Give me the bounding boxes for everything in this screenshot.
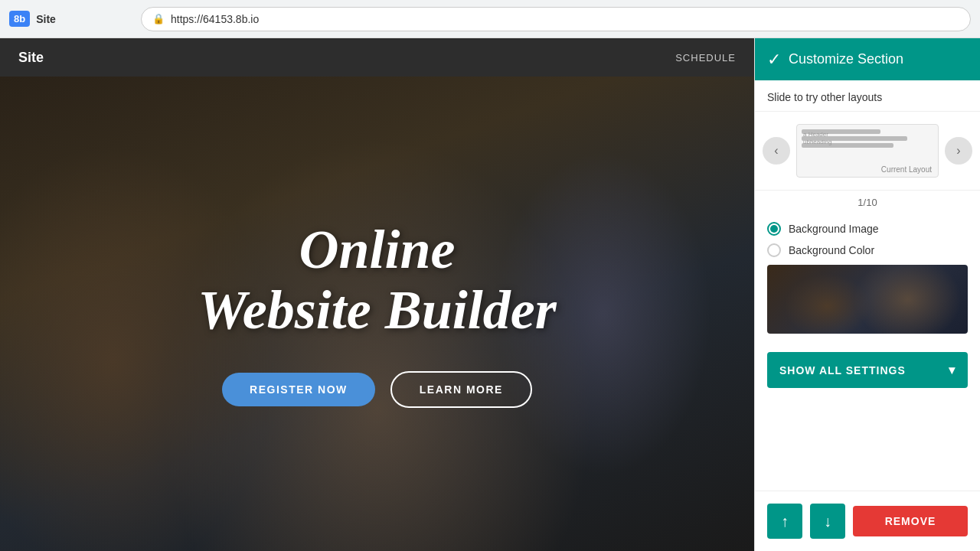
arrow-up-icon: ↑ — [781, 513, 789, 530]
move-up-button[interactable]: ↑ — [767, 504, 802, 539]
layout-next-button[interactable]: › — [945, 137, 972, 165]
layout-text-2: ubheading — [803, 139, 831, 146]
radio-bg-image-label: Background Image — [789, 223, 879, 235]
panel-footer: ↑ ↓ REMOVE — [755, 491, 980, 551]
radio-bg-image[interactable]: Background Image — [767, 222, 968, 236]
address-bar[interactable]: 🔒 https://64153.8b.io — [141, 7, 971, 31]
preview-area: Site SCHEDULE Online Website Builder REG… — [0, 38, 754, 551]
remove-button[interactable]: REMOVE — [853, 506, 968, 536]
move-down-button[interactable]: ↓ — [810, 504, 845, 539]
browser-logo: 8b Site — [9, 11, 132, 27]
hero-title: Online Website Builder — [198, 220, 557, 341]
layout-slider: ‹ a Header ubheading Current Layout › — [755, 112, 980, 191]
radio-bg-image-dot — [770, 225, 778, 233]
radio-group: Background Image Background Color — [755, 214, 980, 265]
layout-preview: a Header ubheading Current Layout — [796, 124, 939, 178]
hero-buttons: REGISTER NOW LEARN MORE — [222, 371, 532, 408]
layout-label: Current Layout — [881, 165, 932, 174]
browser-bar: 8b Site 🔒 https://64153.8b.io — [0, 0, 980, 38]
layout-prev-button[interactable]: ‹ — [763, 137, 790, 165]
register-now-button[interactable]: REGISTER NOW — [222, 373, 375, 406]
layout-text-overlay: a Header ubheading — [803, 131, 831, 147]
radio-bg-image-circle[interactable] — [767, 222, 781, 236]
layout-counter: 1/10 — [755, 191, 980, 214]
check-icon: ✓ — [767, 50, 781, 70]
learn-more-button[interactable]: LEARN MORE — [390, 371, 532, 408]
show-all-settings-label: SHOW ALL SETTINGS — [779, 364, 906, 377]
bg-image-inner — [767, 265, 968, 334]
site-nav-logo: Site — [18, 50, 44, 66]
chevron-right-icon: › — [956, 144, 960, 158]
url-text: https://64153.8b.io — [171, 13, 259, 25]
chevron-left-icon: ‹ — [774, 144, 778, 158]
site-nav-links: SCHEDULE — [675, 52, 736, 64]
layout-text-1: a Header — [803, 131, 831, 139]
chevron-down-icon: ▾ — [949, 363, 956, 377]
hero-title-line1: Online — [299, 219, 455, 280]
site-nav: Site SCHEDULE — [0, 38, 754, 77]
show-all-settings-button[interactable]: SHOW ALL SETTINGS ▾ — [767, 352, 968, 388]
bg-image-preview[interactable] — [767, 265, 968, 334]
main-area: Site SCHEDULE Online Website Builder REG… — [0, 38, 980, 551]
radio-bg-color-circle[interactable] — [767, 243, 781, 257]
hero-title-line2: Website Builder — [198, 279, 557, 341]
hero-content: Online Website Builder REGISTER NOW LEAR… — [0, 77, 754, 551]
site-nav-link-schedule[interactable]: SCHEDULE — [675, 52, 736, 64]
panel-header-title: Customize Section — [789, 51, 903, 67]
browser-site-label: Site — [36, 13, 56, 25]
logo-8b-badge: 8b — [9, 11, 30, 27]
panel-subtitle: Slide to try other layouts — [755, 80, 980, 112]
hero-section: Online Website Builder REGISTER NOW LEAR… — [0, 77, 754, 551]
lock-icon: 🔒 — [152, 13, 165, 24]
radio-bg-color-label: Background Color — [789, 244, 874, 256]
arrow-down-icon: ↓ — [824, 513, 831, 530]
right-panel: ✓ Customize Section Slide to try other l… — [754, 38, 980, 551]
radio-bg-color[interactable]: Background Color — [767, 243, 968, 257]
panel-header: ✓ Customize Section — [755, 38, 980, 80]
